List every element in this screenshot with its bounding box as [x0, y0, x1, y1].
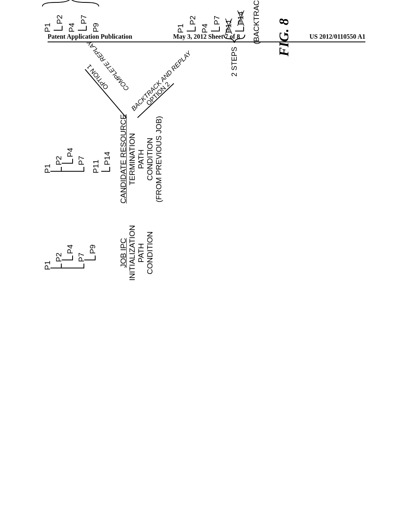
brace-icon — [41, 0, 101, 8]
node-label: P9 — [88, 245, 97, 254]
title-line: CONDITION — [146, 220, 154, 286]
tree-node: P9 — [88, 245, 98, 260]
elbow-icon — [54, 26, 63, 31]
node-label: P7 — [79, 15, 88, 24]
elbow-icon — [64, 256, 73, 260]
backtrack-label: (BACKTRACK) — [252, 0, 261, 44]
tree-node: P7 — [76, 156, 87, 172]
title-line: TERMINATION — [128, 115, 137, 204]
node-label: P4 — [67, 23, 76, 32]
steps-label: 2 STEPS — [230, 47, 239, 77]
tree-node: P11 — [224, 17, 234, 33]
tree-node: P9 — [91, 23, 101, 32]
tree-node: P4 — [200, 24, 210, 33]
elbow-icon — [101, 167, 110, 172]
tree-node: P4 — [65, 148, 75, 164]
col2-title: CANDIDATE RESOURCE TERMINATION PATH COND… — [119, 115, 163, 204]
tree-node: P14 — [102, 152, 113, 172]
title-line: PATH — [137, 220, 146, 286]
tree-node: P4 — [65, 245, 75, 260]
tree-node: P1 — [42, 164, 53, 173]
node-label: P11 — [92, 160, 100, 173]
elbow-icon — [87, 256, 96, 260]
title-line: PATH — [137, 115, 146, 204]
strike-icon: P14 — [237, 9, 246, 25]
brace-icon — [222, 33, 247, 45]
node-label: P4 — [66, 148, 75, 157]
elbow-icon — [235, 27, 244, 31]
node-label: P1 — [176, 24, 185, 33]
node-label-struck: P11 — [225, 17, 234, 33]
figure-8: P1 P2 P4 P7 P9 JOB IPC INITIALIZATION PA… — [42, 0, 369, 282]
node-label: P1 — [43, 261, 52, 270]
node-label: P9 — [92, 23, 100, 32]
elbow-icon — [53, 167, 62, 172]
tree-node: P1 — [42, 261, 53, 270]
node-label: P2 — [188, 16, 197, 25]
tree-node: P7 — [79, 15, 89, 31]
node-label: P2 — [55, 15, 64, 24]
col1-title: JOB IPC INITIALIZATION PATH CONDITION — [119, 220, 154, 286]
node-label: P7 — [77, 156, 86, 165]
node-label: P14 — [103, 152, 112, 165]
tree-node: P7 — [212, 16, 222, 31]
title-line: INITIALIZATION — [128, 220, 137, 286]
elbow-icon — [211, 27, 220, 31]
node-label: P1 — [43, 164, 52, 173]
tree-node: P1 — [42, 23, 53, 32]
node-label: P7 — [77, 253, 86, 262]
elbow-icon — [75, 264, 84, 268]
title-line: CONDITION — [146, 115, 154, 204]
tree-node: P11 — [91, 160, 101, 173]
tree-connector — [62, 268, 77, 268]
tree-node: P2 — [188, 16, 198, 31]
node-label: P4 — [66, 245, 75, 254]
elbow-icon — [53, 264, 62, 268]
elbow-icon — [75, 167, 84, 172]
tree-node: P7 — [76, 253, 87, 268]
node-label-struck: P14 — [237, 9, 246, 25]
tree-connector — [62, 171, 77, 172]
figure-caption: FIG. 8 — [276, 19, 292, 56]
elbow-icon — [187, 27, 196, 31]
tree-node: P4 — [67, 23, 77, 32]
node-label: P2 — [54, 253, 63, 262]
node-label: P1 — [43, 23, 52, 32]
title-line: CANDIDATE RESOURCE — [119, 115, 128, 204]
tree-node: P2 — [54, 15, 65, 31]
title-line: (FROM PREVIOUS JOB) — [154, 115, 163, 204]
elbow-icon — [64, 159, 73, 164]
node-label: P7 — [213, 16, 221, 25]
tree-node: P2 — [54, 253, 64, 268]
tree-node: P1 — [175, 24, 186, 33]
node-label: P4 — [200, 24, 209, 33]
strike-icon: P11 — [225, 17, 234, 33]
node-label: P2 — [54, 156, 63, 165]
tree-node: P2 — [54, 156, 64, 172]
title-line: JOB IPC — [119, 220, 128, 286]
tree-node: P14 — [236, 9, 246, 31]
elbow-icon — [78, 26, 87, 31]
